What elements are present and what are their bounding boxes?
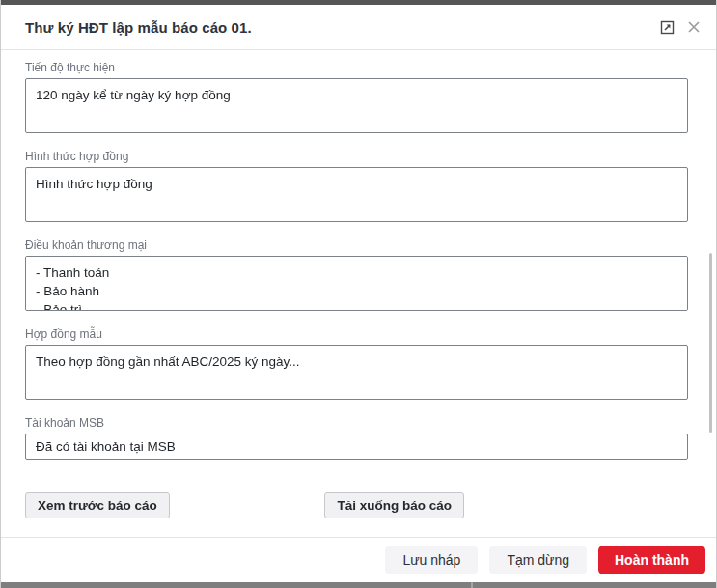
expand-icon[interactable] <box>658 18 676 36</box>
field-commercial-terms-textarea[interactable]: - Thanh toán - Bảo hành - Bảo trì <box>25 256 688 311</box>
field-contract-template: Hợp đồng mẫu Theo hợp đồng gần nhất ABC/… <box>25 327 688 400</box>
vertical-scrollbar-thumb[interactable] <box>709 253 712 433</box>
field-commercial-terms: Điều khoản thương mại - Thanh toán - Bảo… <box>25 238 688 311</box>
modal-title: Thư ký HĐT lập mẫu báo cáo 01. <box>25 19 658 36</box>
modal-body: Tiến độ thực hiện 120 ngày kể từ ngày ký… <box>1 50 716 537</box>
save-draft-button[interactable]: Lưu nháp <box>385 546 478 574</box>
field-contract-form-textarea[interactable]: Hình thức hợp đồng <box>25 167 688 222</box>
report-modal: Thư ký HĐT lập mẫu báo cáo 01. Tiến độ t… <box>0 0 717 588</box>
field-contract-form-label: Hình thức hợp đồng <box>25 150 688 163</box>
field-contract-template-textarea[interactable]: Theo hợp đồng gần nhất ABC/2025 ký ngày.… <box>25 345 688 400</box>
report-actions-row: Xem trước báo cáo Tải xuống báo cáo <box>25 492 688 518</box>
field-msb-account: Tài khoản MSB <box>25 416 688 460</box>
field-progress-textarea[interactable]: 120 ngày kể từ ngày ký hợp đồng <box>25 78 688 133</box>
field-contract-template-label: Hợp đồng mẫu <box>25 327 688 341</box>
close-icon[interactable] <box>685 18 703 36</box>
page-bottom-edge <box>1 582 716 588</box>
download-report-button[interactable]: Tải xuống báo cáo <box>324 492 464 518</box>
field-msb-account-label: Tài khoản MSB <box>25 416 688 430</box>
modal-footer: Lưu nháp Tạm dừng Hoàn thành <box>1 537 716 582</box>
pause-button[interactable]: Tạm dừng <box>489 546 587 574</box>
bottom-scrollbar-notch <box>471 582 473 588</box>
modal-header: Thư ký HĐT lập mẫu báo cáo 01. <box>1 5 716 50</box>
field-contract-form: Hình thức hợp đồng Hình thức hợp đồng <box>25 150 688 222</box>
field-commercial-terms-label: Điều khoản thương mại <box>25 238 688 252</box>
field-msb-account-input[interactable] <box>25 434 688 460</box>
complete-button[interactable]: Hoàn thành <box>598 546 705 574</box>
field-progress: Tiến độ thực hiện 120 ngày kể từ ngày ký… <box>25 61 688 133</box>
header-actions <box>658 18 703 36</box>
close-icon-glyph <box>687 20 701 34</box>
expand-icon-glyph <box>660 20 675 35</box>
field-progress-label: Tiến độ thực hiện <box>25 61 688 74</box>
preview-report-button[interactable]: Xem trước báo cáo <box>25 492 170 518</box>
